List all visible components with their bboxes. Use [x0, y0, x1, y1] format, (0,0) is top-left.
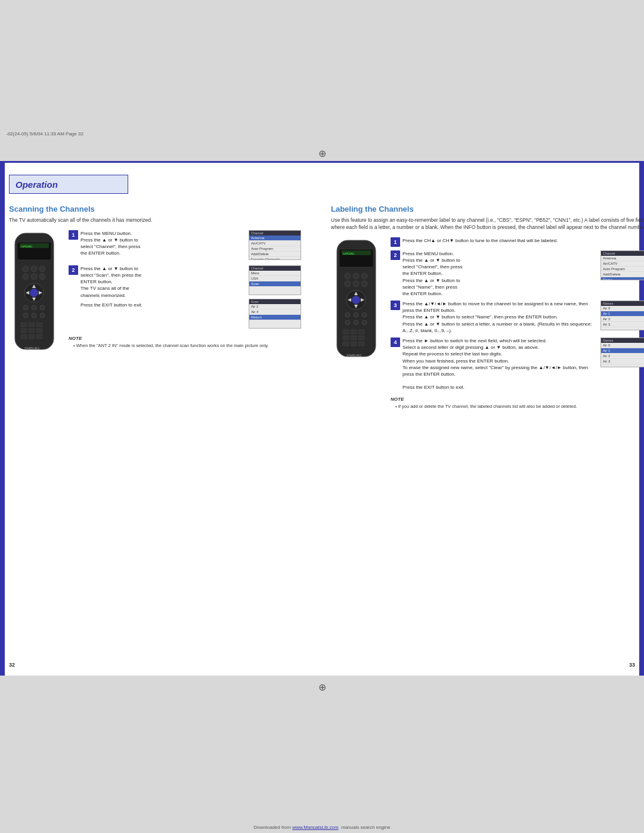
step-num-2-left: 2 — [69, 265, 78, 275]
svg-point-18 — [40, 305, 45, 310]
svg-rect-28 — [21, 335, 27, 339]
step-1-left-text: Press the MENU button.Press the ▲ or ▼ b… — [80, 230, 245, 257]
step-2-right-text: Press the MENU button.Press the ▲ or ▼ b… — [402, 250, 597, 297]
step-num-4-right: 4 — [391, 337, 400, 347]
page-number-left: 32 — [9, 662, 15, 668]
svg-text:SAMSUNG: SAMSUNG — [21, 245, 32, 248]
operation-heading-text: Operation — [16, 179, 58, 190]
svg-point-38 — [361, 273, 367, 279]
right-intro: Use this feature to assign an easy-to-re… — [331, 217, 644, 231]
step-2-right-screens: Channel Antenna Air/CATV Auto Program Ad… — [600, 250, 644, 282]
content-columns: Scanning the Channels The TV automatical… — [9, 205, 635, 410]
svg-rect-55 — [351, 330, 357, 334]
step-1-left: 1 Press the MENU button.Press the ▲ or ▼… — [69, 230, 301, 262]
step-num-1-right: 1 — [391, 237, 400, 247]
right-content-row: SAMSUNG — [331, 237, 644, 410]
step-num-1-left: 1 — [69, 230, 78, 240]
svg-rect-29 — [29, 335, 35, 339]
crosshair-bottom: ⊕ — [318, 682, 326, 693]
bottom-gray-area: ⊕ Downloaded from www.ManualsLib.com man… — [0, 676, 644, 833]
svg-point-37 — [353, 273, 359, 279]
right-note: NOTE • If you add or delete the TV chann… — [391, 396, 644, 410]
left-note-text: • When the "ANT 2 IN" mode is selected, … — [69, 343, 301, 349]
svg-point-48 — [345, 312, 350, 317]
left-border — [0, 163, 5, 676]
remote-right: SAMSUNG — [331, 237, 385, 364]
svg-point-20 — [32, 313, 36, 318]
svg-point-39 — [345, 281, 351, 287]
step-3-right-content: Press the ▲/▼/◄/► button to move to the … — [402, 301, 597, 334]
left-column: Scanning the Channels The TV automatical… — [9, 205, 301, 410]
step-1-screens: Channel Antenna Air/CATV Auto Program Ad… — [249, 230, 301, 262]
svg-point-51 — [345, 320, 350, 325]
left-note: NOTE • When the "ANT 2 IN" mode is selec… — [69, 335, 301, 349]
step-4-right-screens: Names Air 0 Air 1 Air 2 Air 3 — [600, 337, 644, 369]
operation-heading-box: Operation — [9, 175, 128, 194]
name-menu-screen: Channel Antenna Air/CATV Auto Program Ad… — [600, 250, 644, 280]
svg-point-36 — [345, 273, 351, 279]
step-1-right-content: Press the CH▲ or CH▼ button to tune to t… — [402, 237, 644, 244]
left-note-title: NOTE — [69, 335, 301, 342]
svg-rect-57 — [343, 336, 349, 340]
step-num-3-right: 3 — [391, 301, 400, 310]
channel-menu-screen: Channel Antenna Air/CATV Auto Program Ad… — [249, 230, 301, 260]
svg-point-17 — [32, 305, 36, 310]
step-2-left: 2 Press the ▲ or ▼ button toselect "Scan… — [69, 265, 301, 330]
svg-point-40 — [353, 281, 359, 287]
step-2-screens: Channel More USA Scan Scan Air 2 Air 4 R… — [249, 265, 301, 330]
print-info: -02(24-05) 5/6/04 11:33 AM Page 32 — [6, 131, 83, 137]
svg-point-9 — [39, 274, 45, 280]
svg-rect-60 — [343, 342, 349, 346]
step-3-right: 3 Press the ▲/▼/◄/► button to move to th… — [391, 301, 644, 334]
step-num-2-right: 2 — [391, 250, 400, 260]
top-gray-area: -02(24-05) 5/6/04 11:33 AM Page 32 ⊕ — [0, 0, 644, 161]
page-number-right: 33 — [629, 662, 635, 668]
svg-rect-30 — [36, 335, 42, 339]
svg-rect-61 — [351, 342, 357, 346]
right-column: Labeling the Channels Use this feature t… — [331, 205, 644, 410]
svg-point-43 — [352, 296, 360, 304]
left-intro: The TV automatically scan all of the cha… — [9, 217, 301, 224]
right-note-title: NOTE — [391, 396, 644, 402]
svg-text:SAMSUNG: SAMSUNG — [343, 252, 354, 255]
svg-point-41 — [361, 281, 367, 287]
scan-progress-screen: Scan Air 2 Air 4 Return — [249, 299, 301, 329]
svg-rect-24 — [36, 323, 42, 327]
svg-point-6 — [39, 266, 45, 272]
step-4-right-content: Press the ► button to switch to the next… — [402, 337, 597, 391]
step-exit-left: Press the EXIT button to exit. — [80, 302, 245, 308]
main-content: Operation Scanning the Channels The TV a… — [0, 161, 644, 674]
svg-point-7 — [23, 274, 29, 280]
svg-point-11 — [30, 289, 38, 297]
step-4-right: 4 Press the ► button to switch to the ne… — [391, 337, 644, 391]
svg-text:SAMSUNG: SAMSUNG — [24, 346, 39, 350]
left-section-title: Scanning the Channels — [9, 205, 301, 213]
svg-point-21 — [40, 313, 45, 318]
svg-point-52 — [354, 320, 358, 325]
svg-point-16 — [23, 305, 28, 310]
right-note-text: • If you add or delete the TV channel, t… — [391, 404, 644, 410]
svg-rect-26 — [29, 329, 35, 333]
step-1-right-text: Press the CH▲ or CH▼ button to tune to t… — [402, 237, 644, 244]
left-content-row: SAMSUNG — [9, 230, 301, 357]
name-assign-screen: Names Air 0 Air 1 Air 2 Air 3 — [600, 337, 644, 367]
step-3-right-text: Press the ▲/▼/◄/► button to move to the … — [402, 301, 597, 334]
footer-link[interactable]: www.ManualsLib.com — [292, 825, 338, 830]
svg-point-49 — [354, 312, 358, 317]
footer-text: Downloaded from www.ManualsLib.com manua… — [253, 825, 390, 830]
svg-rect-27 — [36, 329, 42, 333]
svg-rect-62 — [358, 342, 364, 346]
step-1-left-content: Press the MENU button.Press the ▲ or ▼ b… — [80, 230, 245, 257]
step-2-right-content: Press the MENU button.Press the ▲ or ▼ b… — [402, 250, 597, 297]
step-2-left-text: Press the ▲ or ▼ button toselect "Scan",… — [80, 265, 245, 299]
step-2-left-content: Press the ▲ or ▼ button toselect "Scan",… — [80, 265, 245, 308]
svg-point-4 — [23, 266, 29, 272]
scan-menu-screen: Channel More USA Scan — [249, 265, 301, 295]
svg-rect-23 — [29, 323, 35, 327]
name-list-screen: Names Air 0 Air 1 Air 2 Air 3 — [600, 301, 644, 330]
right-steps: 1 Press the CH▲ or CH▼ button to tune to… — [391, 237, 644, 410]
svg-rect-54 — [343, 330, 349, 334]
svg-rect-58 — [351, 336, 357, 340]
svg-rect-22 — [21, 323, 27, 327]
svg-text:SAMSUNG: SAMSUNG — [346, 354, 361, 357]
